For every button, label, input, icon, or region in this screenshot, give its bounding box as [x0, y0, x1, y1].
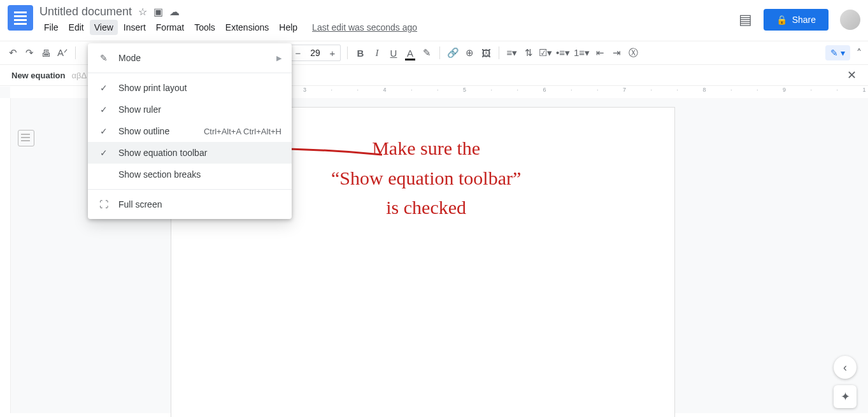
- menu-bar: File Edit View Insert Format Tools Exten…: [39, 20, 739, 35]
- document-outline-icon[interactable]: [18, 130, 34, 146]
- submenu-arrow-icon: ▶: [276, 54, 281, 62]
- insert-comment-icon[interactable]: ⊕: [463, 45, 476, 60]
- close-equation-toolbar-icon[interactable]: ✕: [847, 68, 857, 82]
- last-edit-link[interactable]: Last edit was seconds ago: [312, 22, 417, 32]
- lock-icon: 🔒: [776, 15, 787, 25]
- menu-format[interactable]: Format: [152, 20, 189, 35]
- move-icon[interactable]: ▣: [153, 6, 163, 18]
- side-panel-toggle-icon[interactable]: ‹: [834, 356, 857, 379]
- indent-increase-icon[interactable]: ⇥: [610, 45, 623, 60]
- checklist-icon[interactable]: ☑▾: [539, 45, 552, 60]
- font-size-minus[interactable]: −: [290, 45, 306, 60]
- editing-mode-button[interactable]: ✎ ▾: [825, 45, 850, 60]
- vertical-ruler[interactable]: [0, 98, 11, 413]
- view-menu-dropdown: ✎ Mode ▶ ✓ Show print layout ✓ Show rule…: [88, 43, 292, 219]
- menu-extensions[interactable]: Extensions: [221, 20, 273, 35]
- share-button-label: Share: [792, 15, 816, 25]
- account-avatar[interactable]: [840, 10, 860, 30]
- explore-icon[interactable]: ✦: [834, 385, 857, 408]
- menu-tools[interactable]: Tools: [190, 20, 220, 35]
- greek-letters-button[interactable]: αβΔ: [72, 71, 87, 80]
- bulleted-list-icon[interactable]: •≡▾: [556, 45, 570, 60]
- hide-menus-icon[interactable]: ˄: [857, 47, 862, 59]
- menu-item-full-screen[interactable]: ⛶ Full screen: [88, 194, 292, 215]
- bold-icon[interactable]: B: [354, 45, 367, 60]
- clear-formatting-icon[interactable]: Ⓧ: [627, 45, 639, 60]
- numbered-list-icon[interactable]: 1≡▾: [574, 45, 590, 60]
- menu-file[interactable]: File: [39, 20, 63, 35]
- comments-icon[interactable]: ▤: [739, 11, 752, 28]
- menu-item-show-section-breaks[interactable]: Show section breaks: [88, 164, 292, 185]
- menu-help[interactable]: Help: [274, 20, 302, 35]
- insert-image-icon[interactable]: 🖼: [480, 45, 492, 60]
- underline-icon[interactable]: U: [387, 45, 400, 60]
- docs-logo-icon[interactable]: [8, 5, 33, 31]
- check-icon: ✓: [98, 126, 110, 136]
- left-gutter: [10, 98, 42, 146]
- pencil-icon: ✎: [98, 53, 110, 63]
- spellcheck-icon[interactable]: Aᐟ: [56, 45, 69, 60]
- font-size-plus[interactable]: +: [325, 45, 340, 60]
- undo-icon[interactable]: ↶: [6, 45, 19, 60]
- indent-decrease-icon[interactable]: ⇤: [594, 45, 606, 60]
- italic-icon[interactable]: I: [371, 45, 383, 60]
- line-spacing-icon[interactable]: ⇅: [522, 45, 535, 60]
- document-title[interactable]: Untitled document: [39, 5, 132, 18]
- check-icon: ✓: [98, 104, 110, 115]
- menu-item-mode[interactable]: ✎ Mode ▶: [88, 47, 292, 69]
- menu-item-show-equation-toolbar[interactable]: ✓ Show equation toolbar: [88, 142, 292, 164]
- text-color-icon[interactable]: A: [404, 45, 416, 60]
- new-equation-button[interactable]: New equation: [11, 71, 66, 80]
- font-size-stepper[interactable]: − 29 +: [290, 45, 341, 61]
- menu-item-show-ruler[interactable]: ✓ Show ruler: [88, 99, 292, 120]
- app-header: Untitled document ☆ ▣ ☁ File Edit View I…: [0, 0, 868, 41]
- align-icon[interactable]: ≡▾: [506, 45, 518, 60]
- menu-view[interactable]: View: [90, 20, 118, 35]
- highlight-icon[interactable]: ✎: [420, 45, 433, 60]
- font-size-value[interactable]: 29: [306, 48, 325, 58]
- star-icon[interactable]: ☆: [138, 6, 147, 18]
- menu-edit[interactable]: Edit: [64, 20, 89, 35]
- fullscreen-icon: ⛶: [98, 199, 110, 209]
- menu-item-show-outline[interactable]: ✓ Show outline Ctrl+Alt+A Ctrl+Alt+H: [88, 120, 292, 142]
- redo-icon[interactable]: ↷: [23, 45, 36, 60]
- pencil-icon: ✎: [830, 48, 838, 58]
- insert-link-icon[interactable]: 🔗: [446, 45, 459, 60]
- chevron-down-icon: ▾: [841, 48, 845, 58]
- cloud-status-icon[interactable]: ☁: [169, 6, 180, 18]
- menu-insert[interactable]: Insert: [119, 20, 150, 35]
- title-block: Untitled document ☆ ▣ ☁ File Edit View I…: [39, 5, 739, 35]
- menu-item-show-print-layout[interactable]: ✓ Show print layout: [88, 77, 292, 99]
- share-button[interactable]: 🔒 Share: [764, 9, 829, 31]
- check-icon: ✓: [98, 83, 110, 93]
- print-icon[interactable]: 🖶: [39, 45, 52, 60]
- check-icon: ✓: [98, 148, 110, 158]
